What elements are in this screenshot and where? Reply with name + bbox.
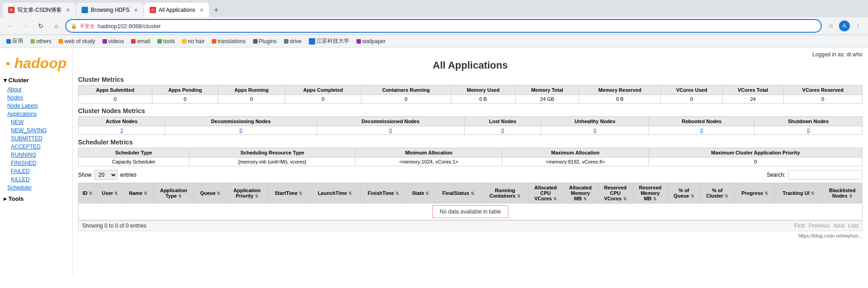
th-tracking-ui[interactable]: Tracking UI ⇅	[775, 183, 822, 204]
col-apps-pending: Apps Pending	[152, 85, 218, 95]
search-input[interactable]	[788, 170, 863, 179]
th-queue[interactable]: Queue ⇅	[194, 183, 226, 204]
tab-close-csdn[interactable]: ×	[66, 6, 70, 14]
th-blacklisted-nodes[interactable]: BlacklistedNodes ⇅	[822, 183, 862, 204]
th-starttime[interactable]: StartTime ⇅	[268, 183, 310, 204]
bookmark-icon-email	[131, 39, 136, 44]
back-button[interactable]: ←	[4, 20, 16, 32]
user-profile[interactable]: A	[839, 20, 850, 31]
tools-section-header[interactable]: ▸ Tools	[0, 194, 72, 204]
bookmark-apps[interactable]: 应用	[4, 36, 26, 46]
pagination-first[interactable]: First	[795, 223, 805, 229]
forward-button[interactable]: →	[19, 20, 32, 32]
more-menu[interactable]: ⋮	[852, 20, 864, 32]
sidebar-link-about[interactable]: About	[0, 85, 72, 94]
cluster-section-label: ▾ Cluster	[4, 77, 29, 84]
th-name[interactable]: Name ⇅	[123, 183, 153, 204]
no-data-cell: No data available in table	[78, 204, 863, 220]
sidebar-sub-link-newsaving[interactable]: NEW_SAVING	[0, 126, 72, 134]
rebooted-link[interactable]: 0	[700, 128, 703, 133]
sidebar-link-nodes[interactable]: Nodes	[0, 94, 72, 102]
bookmark-icon-translations	[212, 39, 216, 44]
th-allocated-cpu[interactable]: AllocatedCPUVCores ⇅	[528, 183, 563, 204]
th-launchtime[interactable]: LaunchTime ⇅	[310, 183, 360, 204]
col-vcores-total: VCores Total	[722, 85, 783, 95]
th-progress[interactable]: Progress ⇅	[735, 183, 775, 204]
sidebar-sub-link-running[interactable]: RUNNING	[0, 151, 72, 159]
sidebar-sub-link-new[interactable]: NEW	[0, 118, 72, 126]
val-apps-completed: 0	[285, 95, 361, 104]
th-pct-cluster[interactable]: % ofCluster ⇅	[700, 183, 735, 204]
th-reserved-cpu[interactable]: ReservedCPUVCores ⇅	[598, 183, 633, 204]
th-id[interactable]: ID ⇅	[78, 183, 97, 204]
tab-close-apps[interactable]: ×	[200, 6, 203, 14]
bookmark-label-nohair: no hair	[188, 38, 205, 45]
bookmark-star[interactable]: ☆	[824, 20, 837, 32]
pagination-last[interactable]: Last	[848, 223, 858, 229]
bookmark-jiangsu[interactable]: 江苏科技大学	[306, 36, 352, 46]
th-state[interactable]: State ⇅	[407, 183, 435, 204]
tab-csdn[interactable]: C 写文章-CSDN博客 ×	[3, 3, 75, 17]
th-allocated-mem[interactable]: AllocatedMemoryMB ⇅	[563, 183, 598, 204]
val-vcores-total: 24	[722, 95, 783, 104]
th-user[interactable]: User ⇅	[97, 183, 123, 204]
bookmark-others[interactable]: others	[28, 37, 54, 45]
bookmark-icon-apps	[6, 39, 11, 44]
sidebar-sub-link-accepted[interactable]: ACCEPTED	[0, 143, 72, 151]
th-app-priority[interactable]: ApplicationPriority ⇅	[227, 183, 268, 204]
sidebar-link-nodelabels[interactable]: Node Labels	[0, 102, 72, 110]
reload-button[interactable]: ↻	[34, 20, 47, 32]
decommissioned-link[interactable]: 0	[389, 128, 392, 133]
bookmark-drive[interactable]: drive	[281, 37, 304, 45]
cluster-section-header[interactable]: ▾ Cluster	[0, 75, 72, 85]
home-button[interactable]: ⌂	[50, 20, 63, 32]
lost-link[interactable]: 0	[501, 128, 504, 133]
decommissioning-link[interactable]: 0	[239, 128, 242, 133]
bookmark-videos[interactable]: videos	[100, 37, 127, 45]
col-scheduler-type: Scheduler Type	[78, 148, 190, 158]
url-text[interactable]: hadoop102:8088/cluster	[98, 23, 816, 30]
sidebar-sub-link-failed[interactable]: FAILED	[0, 167, 72, 175]
svg-point-3	[6, 63, 7, 65]
th-pct-queue[interactable]: % ofQueue ⇅	[668, 183, 700, 204]
sidebar-cluster-section: ▾ Cluster About Nodes Node Labels Applic…	[0, 75, 72, 192]
shutdown-link[interactable]: 0	[807, 128, 809, 133]
cluster-metrics-row: 0 0 0 0 0 0 B 24 GB 0 B 0 24 0	[78, 95, 863, 104]
active-nodes-link[interactable]: 3	[120, 128, 123, 133]
val-unhealthy-nodes: 0	[541, 126, 649, 135]
bookmark-email[interactable]: email	[128, 37, 153, 45]
th-reserved-mem[interactable]: ReservedMemoryMB ⇅	[633, 183, 668, 204]
tab-apps[interactable]: A All Applications ×	[144, 3, 209, 17]
sidebar-sub-link-finished[interactable]: FINISHED	[0, 159, 72, 167]
sidebar-tools-section: ▸ Tools	[0, 194, 72, 204]
sidebar-sub-link-killed[interactable]: KILLED	[0, 175, 72, 184]
sidebar-sub-link-submitted[interactable]: SUBMITTED	[0, 134, 72, 143]
val-max-allocation: <memory:8192, vCores:4>	[502, 158, 649, 166]
th-app-type[interactable]: ApplicationType ⇅	[153, 183, 195, 204]
svg-rect-7	[8, 64, 8, 65]
bookmark-translations[interactable]: translations	[209, 37, 248, 45]
bookmark-study[interactable]: web of study	[56, 37, 98, 45]
bookmark-nohair[interactable]: no hair	[179, 37, 207, 45]
val-apps-running: 0	[218, 95, 285, 104]
unhealthy-link[interactable]: 0	[594, 128, 596, 133]
bookmark-plugins[interactable]: Plugins	[250, 37, 279, 45]
bookmark-tools[interactable]: tools	[155, 37, 177, 45]
val-scheduling-resource: [memory-mb (unit=Mi), vcores]	[189, 158, 356, 166]
sidebar-link-scheduler[interactable]: Scheduler	[0, 184, 72, 192]
bookmark-wallpaper[interactable]: wallpaper	[354, 37, 388, 45]
no-data-row: No data available in table	[78, 204, 863, 220]
sidebar-link-applications[interactable]: Applications	[0, 110, 72, 118]
tab-close-hdfs[interactable]: ×	[134, 6, 138, 14]
col-decommissioning-nodes: Decommissioning Nodes	[165, 117, 317, 126]
th-running-containers[interactable]: RunningContainers ⇅	[482, 183, 528, 204]
new-tab-button[interactable]: +	[210, 4, 223, 16]
pagination-previous[interactable]: Previous	[809, 223, 830, 229]
th-finalstatus[interactable]: FinalStatus ⇅	[434, 183, 482, 204]
th-finishtime[interactable]: FinishTime ⇅	[360, 183, 406, 204]
tab-hdfs[interactable]: Browsing HDFS ×	[76, 3, 143, 17]
entries-select[interactable]: 20 50 100	[94, 170, 117, 180]
pagination-next[interactable]: Next	[834, 223, 845, 229]
val-scheduler-type: Capacity Scheduler	[78, 158, 190, 166]
address-bar[interactable]: 🔒 不安全 hadoop102:8088/cluster	[65, 19, 822, 33]
